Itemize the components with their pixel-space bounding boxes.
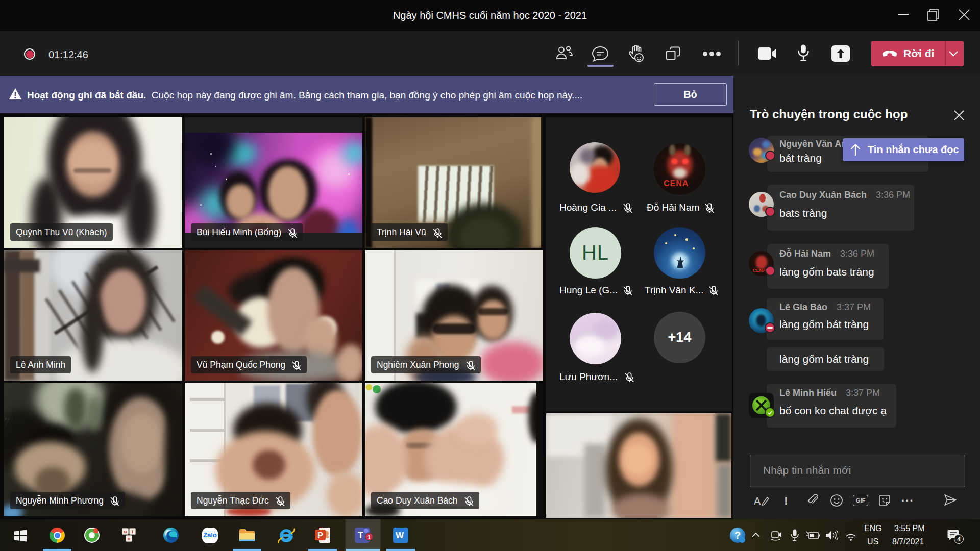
svg-text:A: A <box>754 495 761 507</box>
